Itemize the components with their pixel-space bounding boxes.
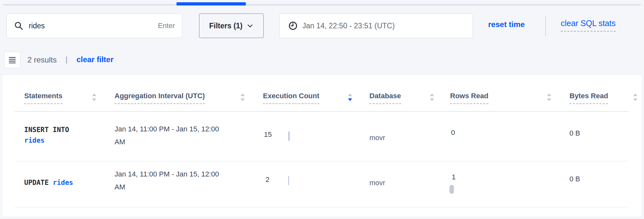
time-range-picker[interactable]: Jan 14, 22:50 - 23:51 (UTC) xyxy=(279,14,473,38)
table-header-divider xyxy=(15,111,629,112)
execution-count-cell: 2 xyxy=(266,176,269,184)
column-header-aggregation-interval: Aggregation Interval (UTC) xyxy=(115,92,205,104)
reset-time-link[interactable]: reset time xyxy=(488,20,525,29)
rows-read-bar xyxy=(449,185,454,194)
statement-text: UPDATE xyxy=(24,179,49,186)
execution-count-bar xyxy=(288,176,289,185)
statement-cell: UPDATE rides xyxy=(24,179,73,186)
database-cell: movr xyxy=(369,134,385,142)
bytes-read-cell: 0 B xyxy=(569,175,580,183)
search-icon xyxy=(14,21,24,31)
filters-dropdown-button[interactable]: Filters (1) xyxy=(199,14,264,38)
statement-link[interactable]: rides xyxy=(24,137,45,144)
statement-link[interactable]: rides xyxy=(53,179,73,186)
active-tab-indicator xyxy=(176,2,246,5)
aggregation-interval-cell: Jan 14, 11:00 PM - Jan 15, 12:00 AM xyxy=(115,123,227,148)
toolbar-divider xyxy=(545,15,546,36)
search-box[interactable]: Enter xyxy=(6,14,182,38)
column-header-label[interactable]: Execution Count xyxy=(263,92,319,104)
column-header-label[interactable]: Statements xyxy=(24,92,63,104)
filters-label: Filters (1) xyxy=(209,22,243,30)
sql-activity-page: Enter Filters (1) Jan 14, 22:50 - 23:51 … xyxy=(0,0,644,219)
column-header-label[interactable]: Aggregation Interval (UTC) xyxy=(115,92,205,104)
rows-read-cell: 1 xyxy=(452,173,456,181)
time-range-label: Jan 14, 22:50 - 23:51 (UTC) xyxy=(302,22,395,30)
column-header-database: Database xyxy=(369,92,401,104)
column-header-label[interactable]: Rows Read xyxy=(450,92,488,104)
clear-filter-link[interactable]: clear filter xyxy=(76,55,114,64)
column-header-rows-read: Rows Read xyxy=(450,92,488,104)
bytes-read-cell: 0 B xyxy=(569,129,580,138)
execution-count-bar xyxy=(288,131,290,141)
database-cell: movr xyxy=(369,179,385,187)
sort-icon-bytes-read[interactable] xyxy=(632,93,638,102)
sort-icon-aggregation-interval[interactable] xyxy=(240,93,246,102)
tabbar-baseline xyxy=(3,4,641,5)
column-header-label[interactable]: Database xyxy=(369,92,401,104)
execution-count-cell: 15 xyxy=(264,130,272,139)
column-selector-button[interactable] xyxy=(4,52,21,68)
clock-icon xyxy=(288,21,298,31)
sort-icon-database[interactable] xyxy=(429,93,435,102)
statement-cell: INSERT INTO rides xyxy=(24,126,69,147)
column-header-bytes-read: Bytes Read xyxy=(569,92,608,104)
statement-text: INSERT INTO xyxy=(24,126,69,134)
search-enter-hint: Enter xyxy=(158,22,175,30)
results-separator: | xyxy=(65,55,67,64)
clear-sql-stats-link[interactable]: clear SQL stats xyxy=(561,19,616,32)
aggregation-interval-cell: Jan 14, 11:00 PM - Jan 15, 12:00 AM xyxy=(115,168,227,194)
search-input[interactable] xyxy=(29,22,158,30)
row-divider xyxy=(15,161,629,161)
list-menu-icon xyxy=(7,55,17,65)
column-header-label[interactable]: Bytes Read xyxy=(569,92,608,104)
statements-table: Statements Aggregation Interval (UTC) Ex… xyxy=(3,75,641,216)
column-header-execution-count: Execution Count xyxy=(263,92,319,104)
rows-read-cell: 0 xyxy=(451,129,455,137)
sort-icon-statements[interactable] xyxy=(91,93,97,102)
column-header-statements: Statements xyxy=(24,92,63,104)
results-count: 2 results xyxy=(27,55,57,64)
row-divider xyxy=(15,207,629,207)
sort-icon-rows-read[interactable] xyxy=(546,93,552,102)
sort-icon-execution-count-active-desc[interactable] xyxy=(347,93,353,102)
chevron-down-icon xyxy=(247,22,254,29)
